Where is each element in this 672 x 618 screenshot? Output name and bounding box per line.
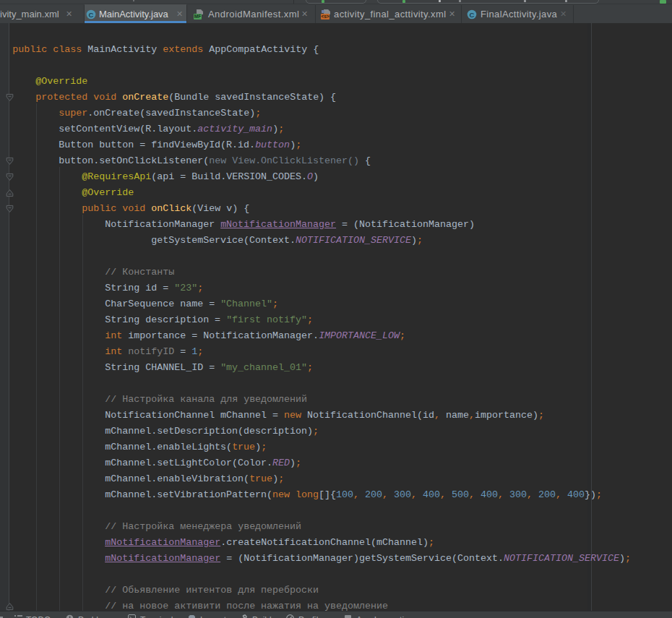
svg-text:C: C [89,11,94,19]
svg-text:MF: MF [194,14,201,19]
svg-text:<s>: <s> [321,14,329,19]
svg-text:C: C [470,11,475,19]
